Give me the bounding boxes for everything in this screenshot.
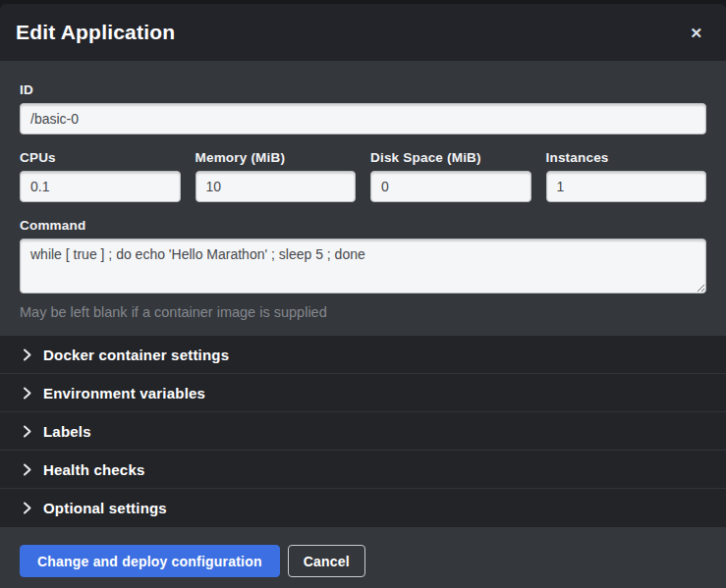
id-input[interactable] [20,103,706,134]
section-label: Health checks [43,461,144,478]
memory-field-group: Memory (MiB) [195,150,357,202]
close-icon[interactable]: ✕ [682,20,710,46]
chevron-right-icon [20,462,33,476]
disk-input[interactable] [370,171,531,202]
application-form: ID CPUs Memory (MiB) Disk Space (MiB) In… [0,61,726,336]
cpus-input[interactable] [20,171,181,202]
cpus-field-group: CPUs [20,150,181,202]
disk-field-group: Disk Space (MiB) [370,150,531,202]
resources-row: CPUs Memory (MiB) Disk Space (MiB) Insta… [20,150,706,202]
modal-title: Edit Application [16,21,175,44]
chevron-right-icon [20,386,33,400]
instances-input[interactable] [546,171,707,202]
change-and-deploy-button[interactable]: Change and deploy configuration [20,545,280,577]
id-field-group: ID [20,82,706,134]
memory-label: Memory (MiB) [195,150,357,165]
instances-label: Instances [546,150,707,165]
memory-input[interactable] [195,171,357,202]
cpus-label: CPUs [20,150,181,165]
section-docker-container-settings[interactable]: Docker container settings [0,336,726,374]
modal-header: Edit Application ✕ [0,4,726,61]
chevron-right-icon [20,424,33,438]
command-textarea[interactable]: while [ true ] ; do echo 'Hello Marathon… [20,239,706,294]
section-health-checks[interactable]: Health checks [0,451,726,489]
command-help-text: May be left blank if a container image i… [20,304,706,320]
section-labels[interactable]: Labels [0,412,726,451]
section-label: Docker container settings [43,347,229,363]
section-optional-settings[interactable]: Optional settings [0,489,726,527]
chevron-right-icon [20,502,33,515]
disk-label: Disk Space (MiB) [370,150,531,165]
section-label: Labels [43,423,91,440]
section-label: Optional settings [43,500,167,516]
command-field-group: Command while [ true ] ; do echo 'Hello … [20,218,706,320]
modal-footer: Change and deploy configuration Cancel [0,527,726,588]
accordion-sections: Docker container settings Environment va… [0,336,726,527]
section-environment-variables[interactable]: Environment variables [0,374,726,412]
chevron-right-icon [20,347,33,361]
command-label: Command [20,218,706,233]
instances-field-group: Instances [546,150,707,202]
id-label: ID [20,82,706,97]
section-label: Environment variables [43,385,205,401]
cancel-button[interactable]: Cancel [288,545,365,577]
edit-application-modal: Edit Application ✕ ID CPUs Memory (MiB) … [0,4,726,588]
